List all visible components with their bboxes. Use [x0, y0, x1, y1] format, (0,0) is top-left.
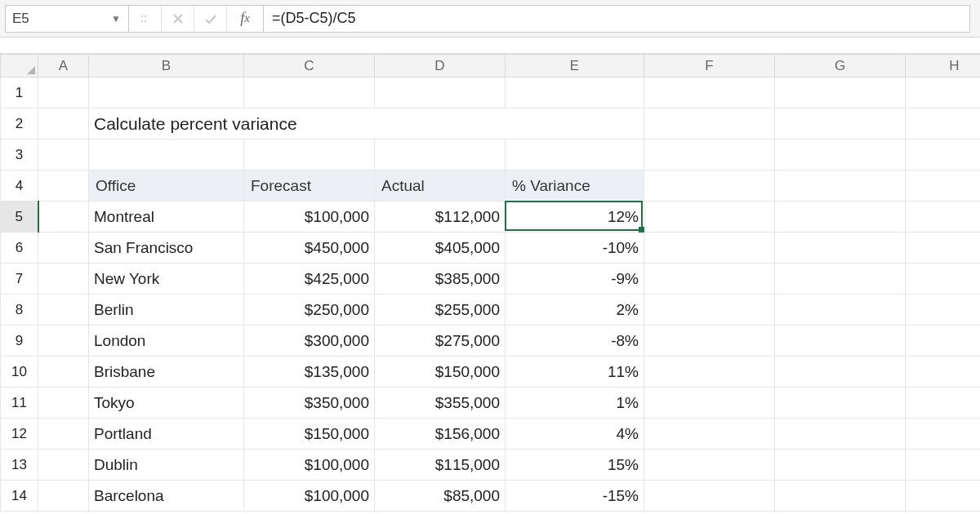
- cell-F7[interactable]: [644, 264, 775, 295]
- cell-D11[interactable]: $355,000: [375, 388, 506, 419]
- row-header-7[interactable]: 7: [1, 264, 38, 295]
- cell-C12[interactable]: $150,000: [244, 419, 375, 450]
- cell-C6[interactable]: $450,000: [244, 233, 375, 264]
- cell-F4[interactable]: [644, 171, 775, 202]
- cell-G1[interactable]: [775, 78, 906, 109]
- cell-F14[interactable]: [644, 481, 775, 512]
- cell-B5[interactable]: Montreal: [89, 202, 244, 233]
- name-box[interactable]: E5 ▼: [5, 5, 129, 33]
- worksheet[interactable]: A B C D E F G H 1 2 Calculate percent va…: [0, 54, 980, 512]
- header-forecast[interactable]: Forecast: [244, 171, 375, 202]
- row-header-5[interactable]: 5: [1, 202, 38, 233]
- cell-G14[interactable]: [775, 481, 906, 512]
- cell-C8[interactable]: $250,000: [244, 295, 375, 326]
- cell-B7[interactable]: New York: [89, 264, 244, 295]
- cell-H11[interactable]: [906, 388, 981, 419]
- cell-B9[interactable]: London: [89, 326, 244, 357]
- cell-H9[interactable]: [906, 326, 981, 357]
- col-header-B[interactable]: B: [89, 55, 244, 78]
- grid[interactable]: A B C D E F G H 1 2 Calculate percent va…: [0, 54, 980, 512]
- cell-E6[interactable]: -10%: [506, 233, 644, 264]
- cell-F6[interactable]: [644, 233, 775, 264]
- cell-F11[interactable]: [644, 388, 775, 419]
- cell-E8[interactable]: 2%: [506, 295, 644, 326]
- row-header-14[interactable]: 14: [1, 481, 38, 512]
- cell-G8[interactable]: [775, 295, 906, 326]
- cell-H12[interactable]: [906, 419, 981, 450]
- cell-D12[interactable]: $156,000: [375, 419, 506, 450]
- cell-F1[interactable]: [644, 78, 775, 109]
- cell-E14[interactable]: -15%: [506, 481, 644, 512]
- cell-A11[interactable]: [38, 388, 89, 419]
- cell-C9[interactable]: $300,000: [244, 326, 375, 357]
- row-header-2[interactable]: 2: [1, 109, 38, 140]
- chevron-down-icon[interactable]: ▼: [109, 13, 123, 24]
- cell-C10[interactable]: $135,000: [244, 357, 375, 388]
- cell-G2[interactable]: [775, 109, 906, 140]
- cell-F2[interactable]: [644, 109, 775, 140]
- cell-C7[interactable]: $425,000: [244, 264, 375, 295]
- row-header-4[interactable]: 4: [1, 171, 38, 202]
- cell-B10[interactable]: Brisbane: [89, 357, 244, 388]
- col-header-F[interactable]: F: [644, 55, 775, 78]
- cell-E12[interactable]: 4%: [506, 419, 644, 450]
- cell-C1[interactable]: [244, 78, 375, 109]
- cell-D10[interactable]: $150,000: [375, 357, 506, 388]
- cell-D14[interactable]: $85,000: [375, 481, 506, 512]
- cell-E5[interactable]: 12%: [506, 202, 644, 233]
- cell-D5[interactable]: $112,000: [375, 202, 506, 233]
- cell-E9[interactable]: -8%: [506, 326, 644, 357]
- cell-B8[interactable]: Berlin: [89, 295, 244, 326]
- row-header-6[interactable]: 6: [1, 233, 38, 264]
- cell-H4[interactable]: [906, 171, 981, 202]
- cancel-icon[interactable]: [162, 6, 194, 32]
- cell-A9[interactable]: [38, 326, 89, 357]
- cell-D1[interactable]: [375, 78, 506, 109]
- cell-G9[interactable]: [775, 326, 906, 357]
- cell-D3[interactable]: [375, 140, 506, 171]
- cell-G10[interactable]: [775, 357, 906, 388]
- cell-A1[interactable]: [38, 78, 89, 109]
- cell-D9[interactable]: $275,000: [375, 326, 506, 357]
- row-header-8[interactable]: 8: [1, 295, 38, 326]
- cell-D7[interactable]: $385,000: [375, 264, 506, 295]
- cell-E11[interactable]: 1%: [506, 388, 644, 419]
- cell-F5[interactable]: [644, 202, 775, 233]
- cell-A4[interactable]: [38, 171, 89, 202]
- page-title[interactable]: Calculate percent variance: [89, 109, 644, 140]
- cell-H7[interactable]: [906, 264, 981, 295]
- row-header-3[interactable]: 3: [1, 140, 38, 171]
- cell-G3[interactable]: [775, 140, 906, 171]
- cell-H2[interactable]: [906, 109, 981, 140]
- cell-F8[interactable]: [644, 295, 775, 326]
- cell-C14[interactable]: $100,000: [244, 481, 375, 512]
- cell-E1[interactable]: [506, 78, 644, 109]
- cell-A6[interactable]: [38, 233, 89, 264]
- cell-F13[interactable]: [644, 450, 775, 481]
- cell-H6[interactable]: [906, 233, 981, 264]
- insert-function-button[interactable]: fx: [227, 6, 263, 32]
- cell-F9[interactable]: [644, 326, 775, 357]
- col-header-C[interactable]: C: [244, 55, 375, 78]
- cell-B12[interactable]: Portland: [89, 419, 244, 450]
- cell-A2[interactable]: [38, 109, 89, 140]
- cell-H3[interactable]: [906, 140, 981, 171]
- cell-B11[interactable]: Tokyo: [89, 388, 244, 419]
- row-header-13[interactable]: 13: [1, 450, 38, 481]
- cell-H10[interactable]: [906, 357, 981, 388]
- row-header-9[interactable]: 9: [1, 326, 38, 357]
- cell-E13[interactable]: 15%: [506, 450, 644, 481]
- cell-B13[interactable]: Dublin: [89, 450, 244, 481]
- header-actual[interactable]: Actual: [375, 171, 506, 202]
- cell-D6[interactable]: $405,000: [375, 233, 506, 264]
- cell-H13[interactable]: [906, 450, 981, 481]
- cell-G12[interactable]: [775, 419, 906, 450]
- cell-C11[interactable]: $350,000: [244, 388, 375, 419]
- header-office[interactable]: Office: [89, 171, 244, 202]
- cell-F12[interactable]: [644, 419, 775, 450]
- cell-G11[interactable]: [775, 388, 906, 419]
- cell-F3[interactable]: [644, 140, 775, 171]
- cell-H5[interactable]: [906, 202, 981, 233]
- cell-G7[interactable]: [775, 264, 906, 295]
- separator-handle[interactable]: [129, 6, 162, 32]
